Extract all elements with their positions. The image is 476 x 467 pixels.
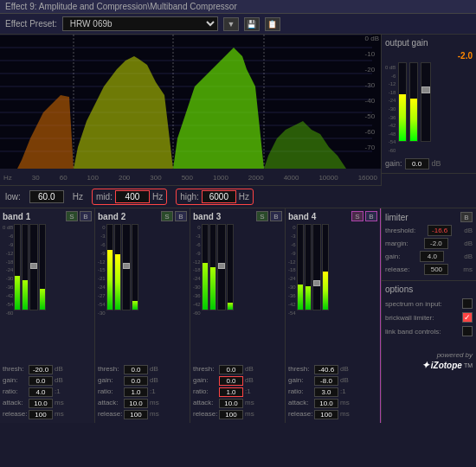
svg-marker-16 xyxy=(264,121,346,169)
limiter-title: limiter xyxy=(385,213,408,222)
band-2-thresh[interactable] xyxy=(124,365,148,374)
band-3-thresh[interactable] xyxy=(219,365,243,374)
right-panel: output gain -2.0 0 dB -6 -12 -18 -24 -30… xyxy=(381,35,476,186)
band-4-scale: 0-3-6-9-12-18-24-30-36-42-54 xyxy=(288,224,296,361)
limiter-release-row: release: ms xyxy=(385,264,473,275)
band-1-ratio[interactable] xyxy=(29,387,53,397)
band-3-attack[interactable] xyxy=(219,399,243,408)
gain-unit: dB xyxy=(432,159,441,168)
limiter-bypass-btn[interactable]: B xyxy=(460,212,473,222)
limiter-margin-row: margin: dB xyxy=(385,238,473,249)
svg-marker-15 xyxy=(173,48,264,169)
band-1-fader[interactable] xyxy=(29,224,38,310)
crossover-low-input[interactable] xyxy=(29,190,64,203)
crossover-mid-unit: Hz xyxy=(152,192,163,202)
band-4-fader[interactable] xyxy=(312,224,321,310)
band-2-gain[interactable] xyxy=(124,376,148,386)
band-3-gr-meter xyxy=(227,224,234,310)
output-gain-title: output gain xyxy=(385,38,473,48)
band-4-release[interactable] xyxy=(314,410,338,419)
spectrum-area: 0 dB -10 -20 -30 -40 -50 -60 -70 Hz 30 6… xyxy=(0,35,381,185)
band-1-release[interactable] xyxy=(29,410,53,419)
limiter-gain-label: gain: xyxy=(385,253,400,260)
crossover-high-label: high: xyxy=(180,192,199,202)
crossover-mid-input[interactable] xyxy=(115,190,150,203)
band-2-params: thresh: dB gain: dB ratio: :1 attack: ms… xyxy=(98,364,187,420)
brickwall-checkbox[interactable]: ✓ xyxy=(462,312,473,323)
limiter-margin-input[interactable] xyxy=(424,238,448,249)
limiter-release-input[interactable] xyxy=(424,264,448,275)
band-2-bypass[interactable]: B xyxy=(175,211,187,221)
band-3-gain[interactable] xyxy=(219,376,243,386)
band-1-gain[interactable] xyxy=(29,376,53,386)
preset-select[interactable]: HRW 069b xyxy=(62,16,218,31)
crossover-high-input[interactable] xyxy=(202,190,236,203)
band-1-params: thresh: dB gain: dB ratio: :1 attack: ms… xyxy=(3,364,92,420)
options-title: options xyxy=(385,285,473,294)
band-4-fader-handle[interactable] xyxy=(313,280,320,286)
spectrum-canvas: 0 dB -10 -20 -30 -40 -50 -60 -70 xyxy=(0,35,381,169)
band-1-fader-handle[interactable] xyxy=(30,263,37,269)
limiter-threshold-input[interactable] xyxy=(428,225,452,236)
link-checkbox[interactable] xyxy=(462,326,473,336)
band-3-title: band 3 xyxy=(193,212,221,221)
preset-label: Effect Preset: xyxy=(5,19,57,29)
limiter-gain-input[interactable] xyxy=(420,251,444,262)
preset-save-btn[interactable]: ▼ xyxy=(223,17,239,31)
spectrum-option-label: spectrum on input: xyxy=(385,300,442,308)
band-4-thresh[interactable] xyxy=(314,365,338,374)
band-2-fader[interactable] xyxy=(122,224,131,310)
output-gain-section: output gain -2.0 0 dB -6 -12 -18 -24 -30… xyxy=(382,35,476,174)
band-4-meter-r xyxy=(305,224,312,310)
limiter-gain-row: gain: dB xyxy=(385,251,473,262)
band-1-buttons: S B xyxy=(66,211,92,221)
band-4-gain[interactable] xyxy=(314,376,338,386)
band-4-attack[interactable] xyxy=(314,399,338,408)
limiter-threshold-label: threshold: xyxy=(385,227,415,234)
band-2-attack[interactable] xyxy=(124,399,148,408)
band-3-ratio[interactable] xyxy=(219,387,243,397)
link-option-row: link band controls: xyxy=(385,326,473,336)
band-1-gr-meter xyxy=(39,224,46,310)
limiter-release-unit: ms xyxy=(463,265,473,273)
spectrum-checkbox[interactable] xyxy=(462,298,473,309)
band-1-gain-row: gain: dB xyxy=(3,375,92,386)
band-3-bypass[interactable]: B xyxy=(270,211,282,221)
band-3-fader[interactable] xyxy=(217,224,226,310)
band-3-solo[interactable]: S xyxy=(256,211,268,221)
band-3-release[interactable] xyxy=(219,410,243,419)
gain-input[interactable]: 0.0 xyxy=(405,158,429,170)
output-fader-handle[interactable] xyxy=(421,86,430,93)
band-3-meter-r xyxy=(209,224,216,310)
band-2-ratio[interactable] xyxy=(124,387,148,397)
band-3-header: band 3 S B xyxy=(193,211,282,221)
band-4-ratio[interactable] xyxy=(314,387,338,397)
crossover-high-unit: Hz xyxy=(239,192,249,202)
limiter-threshold-row: threshold: dB xyxy=(385,225,473,236)
limiter-release-label: release: xyxy=(385,265,409,273)
band-1-title: band 1 xyxy=(3,212,30,221)
title-bar: Effect 9: Amplitude and Compression\Mult… xyxy=(0,0,476,14)
preset-load-btn[interactable]: 💾 xyxy=(244,17,260,31)
band-2-fader-handle[interactable] xyxy=(123,263,130,269)
band-2-scale: 0-3-6-9-12-15-21-24-27-54-30 xyxy=(98,224,106,361)
gain-label: gain: xyxy=(385,159,402,168)
band-2-release[interactable] xyxy=(124,410,148,419)
band-4-solo[interactable]: S xyxy=(351,211,363,221)
band-1-thresh[interactable] xyxy=(29,365,53,374)
band-1-scale: 0 dB-6-9-12-18-24-30-36-42-54-60 xyxy=(3,224,13,361)
svg-marker-13 xyxy=(17,95,74,169)
output-fader[interactable] xyxy=(421,62,431,142)
band-2-solo[interactable]: S xyxy=(161,211,173,221)
band-1-attack[interactable] xyxy=(29,399,53,408)
band-3-fader-handle[interactable] xyxy=(218,263,225,269)
izotope-logo: ✦ xyxy=(421,360,429,371)
band-4-bypass[interactable]: B xyxy=(365,211,377,221)
band-1-solo[interactable]: S xyxy=(66,211,78,221)
band-1-bypass[interactable]: B xyxy=(80,211,92,221)
crossover-mid-label: mid: xyxy=(96,192,113,202)
band-1-thresh-row: thresh: dB xyxy=(3,364,92,374)
output-db-value: -2.0 xyxy=(385,51,473,61)
preset-copy-btn[interactable]: 📋 xyxy=(265,17,280,31)
spectrum-svg xyxy=(0,35,381,169)
